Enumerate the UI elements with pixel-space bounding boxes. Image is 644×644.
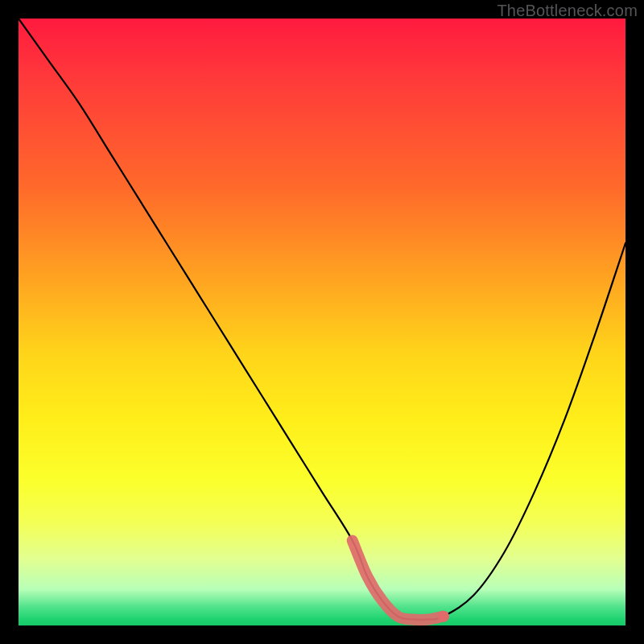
bottleneck-curve (19, 19, 625, 625)
svg-point-0 (438, 611, 449, 622)
watermark-text: TheBottleneck.com (497, 2, 638, 20)
chart-frame: TheBottleneck.com (0, 0, 644, 644)
plot-area (19, 19, 625, 625)
